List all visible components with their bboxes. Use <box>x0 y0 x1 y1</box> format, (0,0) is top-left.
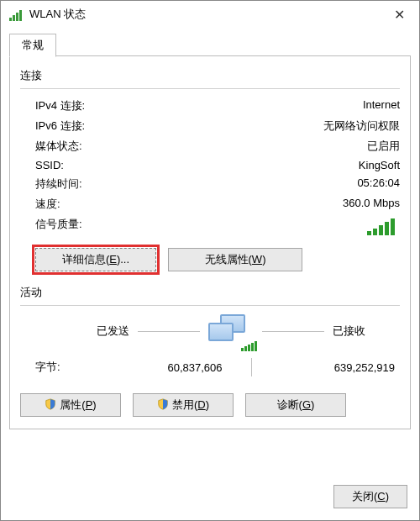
signal-bars-icon <box>367 218 395 235</box>
value-ipv6: 无网络访问权限 <box>323 118 400 134</box>
titlebar: WLAN 状态 ✕ <box>1 1 419 28</box>
value-ipv4: Internet <box>363 98 400 113</box>
value-duration: 05:26:04 <box>357 176 400 192</box>
network-monitor-icon <box>208 314 254 348</box>
wireless-properties-button[interactable]: 无线属性(W) <box>168 248 302 271</box>
close-button[interactable]: 关闭(C) <box>333 485 407 508</box>
activity-group-title: 活动 <box>20 285 400 300</box>
shield-icon <box>157 398 169 410</box>
label-ipv6: IPv6 连接: <box>35 118 85 134</box>
diagnose-button[interactable]: 诊断(G) <box>245 393 346 417</box>
window-title: WLAN 状态 <box>29 7 381 22</box>
activity-line <box>138 331 200 332</box>
value-sent: 60,837,606 <box>87 361 243 374</box>
value-speed: 360.0 Mbps <box>343 197 400 212</box>
activity-separator <box>251 358 252 376</box>
label-ipv4: IPv4 连接: <box>35 98 85 113</box>
label-media: 媒体状态: <box>35 139 82 154</box>
label-bytes: 字节: <box>20 360 87 375</box>
wifi-icon <box>9 8 23 21</box>
label-duration: 持续时间: <box>35 176 82 192</box>
label-ssid: SSID: <box>35 159 64 171</box>
value-ssid: KingSoft <box>359 159 400 171</box>
connection-group-title: 连接 <box>20 68 400 83</box>
activity-line <box>262 331 324 332</box>
label-received: 已接收 <box>333 324 400 339</box>
tab-general[interactable]: 常规 <box>9 34 56 57</box>
shield-icon <box>45 398 56 410</box>
value-received: 639,252,919 <box>260 361 401 374</box>
details-button[interactable]: 详细信息(E)... <box>35 248 156 271</box>
label-signal: 信号质量: <box>35 218 82 230</box>
divider <box>20 305 400 306</box>
tabs: 常规 <box>9 33 411 56</box>
value-media: 已启用 <box>367 139 400 154</box>
properties-button[interactable]: 属性(P) <box>20 393 121 417</box>
divider <box>20 88 400 89</box>
disable-button[interactable]: 禁用(D) <box>133 393 234 417</box>
label-sent: 已发送 <box>20 324 129 339</box>
close-icon[interactable]: ✕ <box>381 1 417 28</box>
label-speed: 速度: <box>35 197 60 212</box>
